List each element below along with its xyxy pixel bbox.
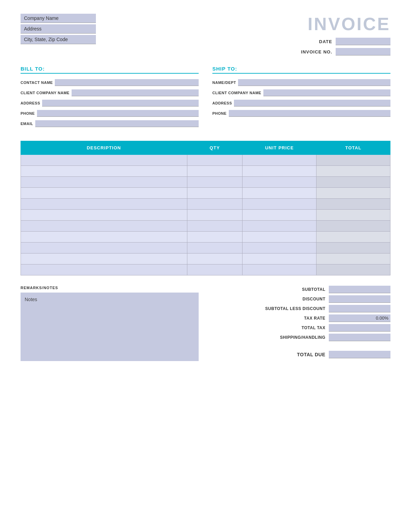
ship-namedept-row: NAME/DEPT [212,79,390,86]
totals-col: SUBTOTAL DISCOUNT SUBTOTAL LESS DISCOUNT… [212,286,390,358]
shipping-label: SHIPPING/HANDLING [257,335,325,340]
notes-box[interactable]: Notes [21,293,199,361]
bill-company-field[interactable] [72,89,199,96]
billing-section: BILL TO: CONTACT NAME CLIENT COMPANY NAM… [21,66,390,131]
bill-contact-field[interactable] [55,79,199,86]
invoice-meta-block: INVOICE DATE INVOICE NO. [298,14,390,55]
bill-email-field[interactable] [35,120,199,127]
table-row [21,210,390,221]
tax-rate-label: TAX RATE [257,316,325,321]
table-row [21,221,390,232]
tax-rate-row: TAX RATE 0.00% [212,314,390,322]
total-tax-label: TOTAL TAX [257,325,325,330]
shipping-field[interactable] [329,334,390,341]
company-address-field[interactable]: Address [21,24,96,34]
ship-address-label: ADDRESS [212,101,232,105]
ship-namedept-field[interactable] [238,79,390,86]
date-label: DATE [298,39,332,44]
invoice-meta: DATE INVOICE NO. [298,38,390,55]
bill-email-label: EMAIL [21,122,33,126]
bill-contact-label: CONTACT NAME [21,81,53,85]
table-header-row: DESCRIPTION QTY UNIT PRICE TOTAL [21,141,390,155]
bill-email-row: EMAIL [21,120,199,127]
invoice-title: INVOICE [308,14,390,34]
bill-company-label: CLIENT COMPANY NAME [21,91,70,95]
discount-row: DISCOUNT [212,295,390,303]
table-row [21,264,390,275]
ship-phone-label: PHONE [212,111,227,115]
notes-placeholder: Notes [25,297,37,302]
ship-namedept-label: NAME/DEPT [212,81,236,85]
table-row [21,243,390,253]
date-field[interactable] [336,38,390,45]
discount-field[interactable] [329,295,390,303]
bill-address-label: ADDRESS [21,101,40,105]
col-qty: QTY [187,141,242,155]
col-unit-price: UNIT PRICE [242,141,316,155]
invoice-no-field[interactable] [336,48,390,55]
table-row [21,199,390,210]
total-due-row: TOTAL DUE [212,351,390,358]
date-row: DATE [298,38,390,45]
bill-phone-field[interactable] [37,110,199,117]
bill-address-field[interactable] [42,100,199,107]
company-city-field[interactable]: City, State, Zip Code [21,35,96,44]
ship-address-row: ADDRESS [212,100,390,107]
bill-phone-row: PHONE [21,110,199,117]
table-row [21,177,390,188]
items-table: DESCRIPTION QTY UNIT PRICE TOTAL [21,141,390,275]
col-description: DESCRIPTION [21,141,187,155]
ship-company-field[interactable] [263,89,390,96]
bill-to-header: BILL TO: [21,66,199,74]
table-row [21,253,390,264]
table-row [21,232,390,243]
bill-phone-label: PHONE [21,111,35,115]
bill-address-row: ADDRESS [21,100,199,107]
table-row [21,166,390,177]
ship-company-label: CLIENT COMPANY NAME [212,91,261,95]
total-tax-field[interactable] [329,324,390,332]
total-due-field[interactable] [329,351,390,358]
invoice-no-row: INVOICE NO. [298,48,390,55]
col-total: TOTAL [316,141,390,155]
company-info: Company Name Address City, State, Zip Co… [21,14,96,44]
ship-address-field[interactable] [234,100,390,107]
subtotal-less-field[interactable] [329,305,390,312]
ship-to-header: SHIP TO: [212,66,390,74]
remarks-label: REMARKS/NOTES [21,286,199,290]
table-row [21,188,390,199]
tax-rate-field[interactable]: 0.00% [329,314,390,322]
invoice-header: Company Name Address City, State, Zip Co… [21,14,390,55]
shipping-row: SHIPPING/HANDLING [212,334,390,341]
ship-company-row: CLIENT COMPANY NAME [212,89,390,96]
total-tax-row: TOTAL TAX [212,324,390,332]
company-name-field[interactable]: Company Name [21,14,96,23]
remarks-col: REMARKS/NOTES Notes [21,286,199,361]
table-row [21,155,390,166]
bill-contact-row: CONTACT NAME [21,79,199,86]
subtotal-row: SUBTOTAL [212,286,390,293]
bottom-section: REMARKS/NOTES Notes SUBTOTAL DISCOUNT SU… [21,286,390,361]
total-due-label: TOTAL DUE [257,352,325,357]
subtotal-less-label: SUBTOTAL LESS DISCOUNT [257,306,325,311]
ship-phone-field[interactable] [229,110,390,117]
bill-to-col: BILL TO: CONTACT NAME CLIENT COMPANY NAM… [21,66,199,131]
ship-to-col: SHIP TO: NAME/DEPT CLIENT COMPANY NAME A… [212,66,390,131]
subtotal-label: SUBTOTAL [257,287,325,292]
subtotal-less-row: SUBTOTAL LESS DISCOUNT [212,305,390,312]
discount-label: DISCOUNT [257,297,325,301]
subtotal-field[interactable] [329,286,390,293]
ship-phone-row: PHONE [212,110,390,117]
invoice-no-label: INVOICE NO. [298,49,332,54]
bill-company-row: CLIENT COMPANY NAME [21,89,199,96]
